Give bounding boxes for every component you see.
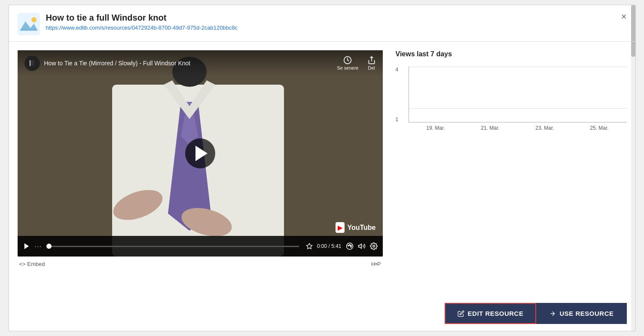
svg-point-2 bbox=[31, 17, 37, 22]
use-resource-button[interactable]: USE RESOURCE bbox=[536, 303, 626, 324]
x-label-1: 19. Mar. bbox=[426, 125, 445, 131]
modal-body: How to Tie a Tie (Mirrored / Slowly) - F… bbox=[9, 42, 635, 296]
video-controls-bar: ··· 0:00 / 5:41 bbox=[18, 236, 383, 257]
modal-footer: EDIT RESOURCE USE RESOURCE bbox=[9, 296, 635, 331]
y-label-4: 4 bbox=[396, 67, 404, 73]
video-section: How to Tie a Tie (Mirrored / Slowly) - F… bbox=[18, 50, 383, 296]
modal-header: How to tie a full Windsor knot https://w… bbox=[9, 5, 635, 42]
svg-point-19 bbox=[346, 243, 353, 250]
video-container[interactable]: How to Tie a Tie (Mirrored / Slowly) - F… bbox=[18, 50, 383, 257]
stats-section: Views last 7 days 4 1 bbox=[391, 50, 627, 296]
y-label-1: 1 bbox=[396, 116, 404, 122]
close-button[interactable]: × bbox=[621, 12, 627, 21]
youtube-icon bbox=[336, 222, 345, 233]
hp-badge: H•P bbox=[371, 261, 381, 267]
watch-later-btn[interactable]: Se senere bbox=[337, 56, 358, 70]
svg-point-22 bbox=[350, 245, 351, 246]
svg-rect-0 bbox=[18, 13, 40, 35]
resource-icon bbox=[18, 13, 40, 35]
arrow-right-icon bbox=[549, 310, 556, 317]
svg-marker-24 bbox=[358, 244, 361, 249]
modal-dialog: How to tie a full Windsor knot https://w… bbox=[9, 5, 636, 331]
resource-link[interactable]: https://www.edlib.com/s/resources/047292… bbox=[46, 24, 238, 31]
svg-point-21 bbox=[349, 244, 350, 245]
edit-resource-button[interactable]: EDIT RESOURCE bbox=[445, 303, 537, 324]
embed-link[interactable]: <> Embed bbox=[19, 261, 45, 267]
x-label-2: 21. Mar. bbox=[481, 125, 499, 131]
svg-marker-18 bbox=[306, 243, 312, 249]
x-label-4: 25. Mar. bbox=[590, 125, 608, 131]
x-label-3: 23. Mar. bbox=[535, 125, 554, 131]
chapters-btn[interactable]: ··· bbox=[35, 243, 43, 250]
video-time: 0:00 / 5:41 bbox=[317, 243, 342, 249]
svg-marker-17 bbox=[24, 243, 29, 249]
svg-rect-14 bbox=[31, 61, 34, 66]
top-controls: Se senere Del bbox=[337, 56, 375, 70]
video-title: How to Tie a Tie (Mirrored / Slowly) - F… bbox=[44, 60, 191, 67]
youtube-logo: YouTube bbox=[336, 222, 375, 233]
edit-icon bbox=[458, 310, 464, 317]
settings-btn[interactable] bbox=[370, 242, 378, 250]
progress-dot bbox=[46, 244, 52, 249]
play-button[interactable] bbox=[185, 138, 215, 168]
svg-point-20 bbox=[348, 245, 348, 246]
video-footer: <> Embed H•P bbox=[18, 257, 383, 267]
channel-info: How to Tie a Tie (Mirrored / Slowly) - F… bbox=[24, 55, 191, 71]
stats-title: Views last 7 days bbox=[396, 50, 627, 58]
scrollbar-track[interactable] bbox=[631, 5, 635, 331]
chart-container: 4 1 19. Mar. 21. Mar. bbox=[396, 67, 627, 135]
youtube-label: YouTube bbox=[347, 224, 375, 232]
svg-point-25 bbox=[372, 245, 375, 247]
volume-btn[interactable] bbox=[358, 242, 366, 250]
play-pause-btn[interactable] bbox=[23, 242, 31, 250]
header-text: How to tie a full Windsor knot https://w… bbox=[46, 13, 238, 31]
bookmark-btn[interactable] bbox=[306, 243, 313, 250]
channel-avatar bbox=[24, 55, 40, 71]
share-btn[interactable]: Del bbox=[367, 56, 376, 70]
svg-rect-3 bbox=[20, 29, 37, 31]
video-top-overlay: How to Tie a Tie (Mirrored / Slowly) - F… bbox=[18, 50, 383, 76]
progress-bar[interactable] bbox=[49, 246, 299, 247]
palette-btn[interactable] bbox=[346, 242, 354, 250]
svg-point-23 bbox=[350, 246, 351, 247]
resource-title: How to tie a full Windsor knot bbox=[46, 13, 238, 23]
